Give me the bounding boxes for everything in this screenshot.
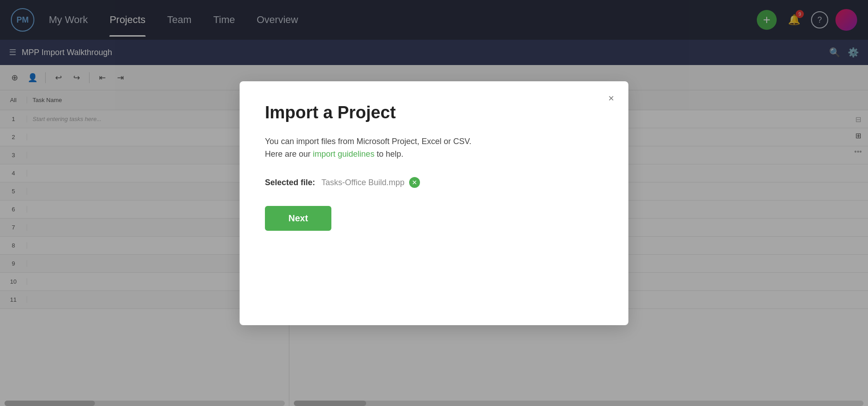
selected-file-row: Selected file: Tasks-Office Build.mpp ✕ (265, 177, 603, 188)
modal-title: Import a Project (265, 103, 603, 122)
modal-description: You can import files from Microsoft Proj… (265, 135, 603, 161)
close-button[interactable]: × (603, 90, 619, 107)
import-modal: × Import a Project You can import files … (240, 81, 628, 325)
selected-file-name: Tasks-Office Build.mpp (321, 178, 405, 187)
import-guidelines-link[interactable]: import guidelines (313, 149, 374, 159)
clear-file-button[interactable]: ✕ (409, 177, 420, 188)
next-button[interactable]: Next (265, 206, 331, 231)
selected-file-label: Selected file: (265, 178, 315, 187)
modal-overlay: × Import a Project You can import files … (0, 0, 868, 406)
